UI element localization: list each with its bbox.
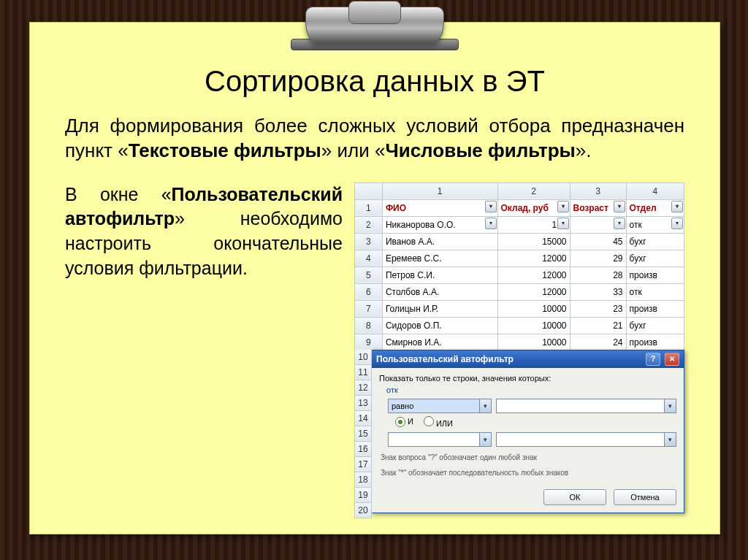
cell-dep[interactable]: бухг [626, 317, 684, 334]
condition-2-operator[interactable] [388, 432, 492, 447]
dialog-title: Пользовательский автофильтр [376, 354, 514, 364]
radio-label: И [408, 417, 413, 426]
slide-title: Сортировка данных в ЭТ [30, 65, 720, 98]
cell-fio[interactable]: Голицын И.Р. [382, 300, 497, 317]
header-label: Оклад, руб [501, 203, 549, 213]
cell-age[interactable]: 23 [570, 300, 626, 317]
help-button[interactable]: ? [646, 353, 660, 366]
cell-age[interactable]: 33 [570, 283, 626, 300]
table-row: 4Еремеев С.С.1200029бухг [355, 250, 684, 266]
radio-and[interactable]: И [395, 417, 413, 427]
filter-dropdown-icon[interactable]: ▾ [614, 201, 625, 212]
row-number[interactable]: 17 [354, 457, 372, 472]
cell-oklad[interactable]: 12000 [497, 266, 570, 283]
row-number[interactable]: 18 [354, 472, 372, 488]
close-button[interactable]: ✕ [665, 353, 679, 366]
cell-age[interactable]: 28 [570, 266, 626, 283]
cancel-button[interactable]: Отмена [614, 489, 676, 505]
row-number[interactable]: 1 [355, 199, 383, 216]
cell-age[interactable]: 24 [570, 334, 626, 350]
header-label: Отдел [630, 203, 657, 213]
cell-fio[interactable]: Иванов А.А. [382, 233, 497, 250]
cell-oklad[interactable]: 15000 [497, 233, 570, 250]
text-bold: Текстовые фильтры [129, 139, 321, 161]
cell-oklad[interactable]: 12000 [497, 250, 570, 266]
cell-dep[interactable]: произв [626, 334, 684, 350]
excel-table: 1 2 3 4 1 ФИО▾ Оклад, руб▾ Возраст▾ Отде… [354, 183, 684, 351]
hint-text: Знак вопроса "?" обозначает один любой з… [381, 453, 675, 462]
cell-age[interactable]: 29 [570, 250, 626, 266]
row-number[interactable]: 5 [355, 266, 383, 283]
dialog-titlebar[interactable]: Пользовательский автофильтр ? ✕ [372, 350, 684, 368]
row-number[interactable]: 8 [355, 317, 383, 334]
radio-or[interactable]: ИЛИ [424, 416, 453, 428]
row-number[interactable]: 12 [354, 380, 372, 396]
cell-dep[interactable]: произв [626, 300, 684, 317]
cell-dep[interactable]: отк [626, 283, 684, 300]
filter-dropdown-icon[interactable]: ▾ [557, 218, 569, 229]
row-number[interactable]: 20 [354, 503, 372, 518]
cell-fio[interactable]: Никанорова О.О.▾ [382, 216, 497, 233]
row-number[interactable]: 9 [355, 334, 383, 350]
cell-fio[interactable]: Петров С.И. [382, 266, 497, 283]
corner-cell[interactable] [355, 183, 383, 199]
dropdown-arrow-icon [479, 399, 491, 413]
row-number[interactable]: 10 [354, 350, 372, 365]
filter-dropdown-icon[interactable]: ▾ [485, 218, 497, 229]
header-label: Возраст [573, 203, 608, 213]
row-number[interactable]: 15 [354, 426, 372, 442]
row-number[interactable]: 13 [354, 396, 372, 411]
filter-field-name: отк [386, 386, 676, 394]
row-number[interactable]: 7 [355, 300, 383, 317]
filter-dropdown-icon[interactable]: ▾ [671, 201, 683, 212]
combo-value: равно [392, 402, 413, 410]
cell-age[interactable]: 21 [570, 317, 626, 334]
col-header[interactable]: 1 [382, 183, 497, 199]
filter-dropdown-icon[interactable]: ▾ [485, 201, 497, 212]
condition-2-value[interactable] [496, 432, 676, 447]
row-number[interactable]: 4 [355, 250, 383, 266]
table-row: 8Сидоров О.П.1000021бухг [355, 317, 684, 334]
cell-fio[interactable]: Столбов А.А. [382, 283, 497, 300]
dropdown-arrow-icon [479, 433, 491, 446]
row-number[interactable]: 14 [354, 411, 372, 426]
text-bold: Числовые фильтры [385, 139, 575, 161]
filter-dropdown-icon[interactable]: ▾ [557, 201, 569, 212]
cell-fio[interactable]: Сидоров О.П. [382, 317, 497, 334]
cell-oklad[interactable]: 10000 [497, 317, 570, 334]
row-number[interactable]: 16 [354, 442, 372, 457]
radio-label: ИЛИ [436, 419, 453, 428]
cell-dep[interactable]: отк▾ [626, 216, 684, 233]
condition-1-operator[interactable]: равно [388, 399, 492, 413]
filter-dropdown-icon[interactable]: ▾ [614, 218, 625, 229]
table-row: 3Иванов А.А.1500045бухг [355, 233, 684, 250]
row-number[interactable]: 2 [355, 216, 383, 233]
ok-button[interactable]: ОК [543, 489, 606, 505]
row-number[interactable]: 19 [354, 488, 372, 503]
row-number[interactable]: 3 [355, 233, 383, 250]
cell-dep[interactable]: бухг [626, 250, 684, 266]
cell-fio[interactable]: Еремеев С.С. [382, 250, 497, 266]
cell-dep[interactable]: бухг [626, 233, 684, 250]
row-numbers-column: 1011121314151617181920 [354, 350, 372, 518]
col-header[interactable]: 3 [570, 183, 626, 199]
filter-dropdown-icon[interactable]: ▾ [671, 218, 683, 229]
cell-fio[interactable]: Смирнов И.А. [382, 334, 497, 350]
col-header[interactable]: 2 [497, 183, 570, 199]
header-row: 1 ФИО▾ Оклад, руб▾ Возраст▾ Отдел▾ [355, 199, 684, 216]
screenshot-area: 1 2 3 4 1 ФИО▾ Оклад, руб▾ Возраст▾ Отде… [354, 183, 684, 513]
col-header[interactable]: 4 [626, 183, 684, 199]
table-row: 9Смирнов И.А.1000024произв [355, 334, 684, 350]
row-number[interactable]: 11 [354, 365, 372, 380]
condition-1-value[interactable] [496, 399, 676, 413]
cell-oklad[interactable]: 12000 [497, 283, 570, 300]
text: ». [576, 139, 592, 161]
cell-oklad[interactable]: 10000 [497, 300, 570, 317]
cell-oklad[interactable]: 10000 [497, 334, 570, 350]
cell-age[interactable]: 45 [570, 233, 626, 250]
table-row: 2Никанорова О.О.▾180▾▾отк▾ [355, 216, 684, 233]
cell-oklad[interactable]: 180▾ [497, 216, 570, 233]
cell-age[interactable]: ▾ [570, 216, 626, 233]
cell-dep[interactable]: произв [626, 266, 684, 283]
row-number[interactable]: 6 [355, 283, 383, 300]
